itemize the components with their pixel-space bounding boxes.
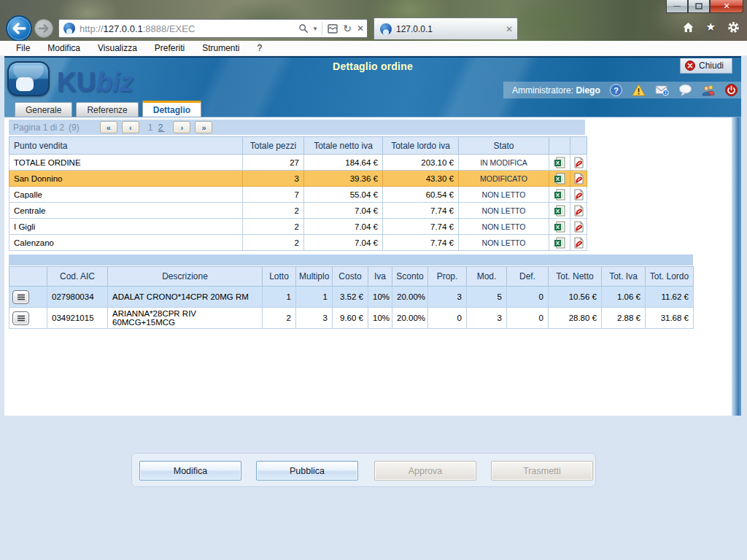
order-line-row[interactable]: 034921015 ARIANNA*28CPR RIV 60MCG+15MCG … [9,308,694,329]
multiplo-cell: 3 [296,308,333,329]
table-row[interactable]: TOTALE ORDINE 27 184.64 € 203.10 € IN MO… [9,155,587,171]
export-pdf-button[interactable] [570,219,587,235]
order-lines-table: Cod. AIC Descrizione Lotto Multiplo Cost… [9,266,694,329]
pubblica-button[interactable]: Pubblica [256,461,358,481]
last-page-button[interactable]: » [195,121,212,133]
export-excel-button[interactable]: X [549,235,570,251]
window-close-button[interactable]: ✕ [710,0,743,13]
export-pdf-button[interactable] [570,203,587,219]
row-menu-button[interactable] [12,290,29,304]
tab-referenze[interactable]: Referenze [76,102,138,117]
menu-modifica[interactable]: Modifica [39,42,89,55]
tab-dettaglio[interactable]: Dettaglio [142,101,201,117]
export-excel-button[interactable]: X [549,155,570,171]
address-bar[interactable]: http://127.0.0.1:8888/EXEC ▾ ↻ ✕ [58,19,368,38]
col-iva: Iva [368,267,392,287]
browser-tab[interactable]: 127.0.0.1 ✕ [374,18,518,39]
app-page: Dettaglio ordine Chiudi KUbiz Amministra… [0,56,747,560]
close-icon[interactable]: ✕ [357,23,364,34]
home-icon[interactable] [682,22,694,33]
tab-close-icon[interactable]: ✕ [506,24,513,34]
warnings-button[interactable] [632,84,646,97]
costo-cell: 3.52 € [333,287,368,308]
stato-cell: IN MODIFICA [459,155,549,171]
chat-button[interactable] [678,84,692,97]
export-excel-button[interactable]: X [549,171,570,187]
table-row[interactable]: I Gigli 2 7.04 € 7.74 € NON LETTO X [9,219,587,235]
help-button[interactable]: ? [610,84,622,97]
compatibility-view-icon[interactable] [328,24,338,34]
divider [322,22,322,35]
page-2-link[interactable]: 2 [158,122,165,133]
lordo-cell: 43.30 € [383,171,459,187]
trasmetti-button[interactable]: Trasmetti [491,461,593,481]
netto-cell: 55.04 € [304,187,383,203]
row-menu-button[interactable] [12,311,29,325]
export-pdf-button[interactable] [570,187,587,203]
iva-cell: 10% [368,308,392,329]
export-pdf-button[interactable] [570,155,587,171]
stato-cell: NON LETTO [459,187,549,203]
export-pdf-button[interactable] [570,171,587,187]
panel-edge [732,117,741,416]
iva-cell: 10% [368,287,392,308]
window-minimize-button[interactable]: — [666,0,688,13]
excel-icon: X [554,221,565,233]
pdf-icon [573,205,584,217]
close-page-button[interactable]: Chiudi [680,58,732,74]
menu-strumenti[interactable]: Strumenti [193,42,248,55]
page-numbers: 1 2 [144,122,169,133]
stato-cell: NON LETTO [459,235,549,251]
logout-button[interactable] [725,84,738,97]
gear-icon[interactable] [727,21,740,34]
pagination-bar: Pagina 1 di 2 (9) « ‹ 1 2 › » [9,120,585,135]
menu-preferiti[interactable]: Preferiti [146,42,193,55]
table-row[interactable]: Centrale 2 7.04 € 7.74 € NON LETTO X [9,203,587,219]
col-costo: Costo [333,267,368,287]
col-sconto: Sconto [392,267,428,287]
forward-button[interactable] [34,19,53,38]
svg-text:X: X [556,160,560,166]
lordo-cell: 7.74 € [383,235,459,251]
col-mod: Mod. [467,267,507,287]
export-excel-button[interactable]: X [549,203,570,219]
back-button[interactable] [6,15,32,42]
excel-icon: X [554,189,565,201]
menu-help[interactable]: ? [249,42,271,55]
svg-text:?: ? [614,86,619,95]
power-icon [725,84,738,96]
prev-page-button[interactable]: ‹ [122,121,139,133]
sconto-cell: 20.00% [392,287,428,308]
export-pdf-button[interactable] [570,235,587,251]
table-row[interactable]: Capalle 7 55.04 € 60.54 € NON LETTO X [9,187,587,203]
menu-visualizza[interactable]: Visualizza [89,42,146,55]
table-row-selected[interactable]: San Donnino 3 39.36 € 43.30 € MODIFICATO… [9,171,587,187]
table-row[interactable]: Calenzano 2 7.04 € 7.74 € NON LETTO X [9,235,587,251]
netto-cell: 7.04 € [304,219,383,235]
menu-file[interactable]: File [7,42,39,55]
export-excel-button[interactable]: X [549,187,570,203]
col-descrizione: Descrizione [108,267,263,287]
def-cell: 0 [507,308,549,329]
stato-cell: MODIFICATO [459,171,549,187]
users-button[interactable] [702,84,716,97]
chat-icon [678,84,692,96]
refresh-icon[interactable]: ↻ [343,23,352,34]
order-line-row-selected[interactable]: 027980034 ADALAT CRONO*14CPR 20MG RM 1 1… [9,287,694,308]
browser-menu-bar: File Modifica Visualizza Preferiti Strum… [0,41,747,56]
next-page-button[interactable]: › [173,121,190,133]
excel-icon: X [554,237,565,249]
window-maximize-button[interactable] [688,0,710,13]
approva-button[interactable]: Approva [374,461,476,481]
col-pdf [570,137,587,155]
tab-generale[interactable]: Generale [15,102,72,117]
messages-button[interactable]: 1 [655,84,669,97]
modifica-button[interactable]: Modifica [139,461,241,481]
dropdown-icon[interactable]: ▾ [314,25,317,32]
export-excel-button[interactable]: X [549,219,570,235]
netto-cell: 7.04 € [304,203,383,219]
first-page-button[interactable]: « [100,121,117,133]
search-icon[interactable] [298,23,309,34]
star-icon[interactable]: ★ [706,20,716,34]
pdf-icon [573,157,584,168]
